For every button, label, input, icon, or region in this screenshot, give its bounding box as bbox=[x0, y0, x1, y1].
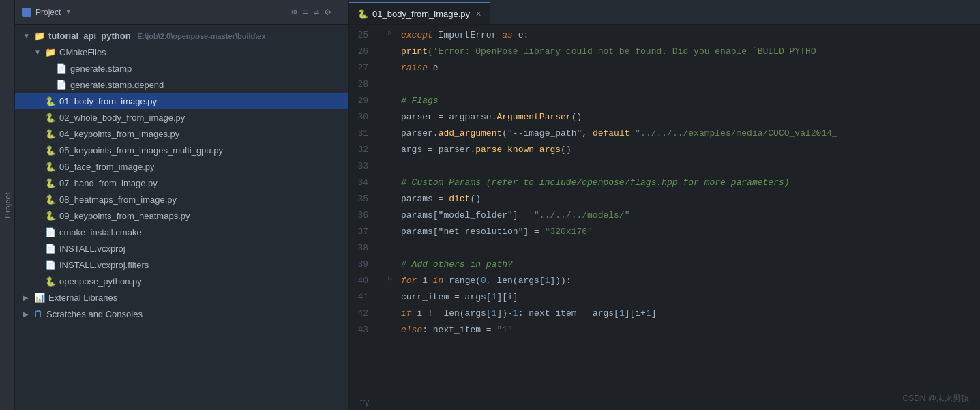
gutter-mark bbox=[385, 57, 396, 74]
editor-tab-01-body[interactable]: 🐍 01_body_from_image.py ✕ bbox=[349, 2, 490, 24]
tab-file-icon: 🐍 bbox=[357, 9, 368, 19]
py-file-icon-08: 🐍 bbox=[45, 194, 56, 205]
line-number: 36 bbox=[349, 207, 376, 224]
code-token: e: bbox=[513, 30, 529, 40]
root-folder-icon: 📁 bbox=[34, 31, 45, 41]
vcxproj-filters-icon: 📄 bbox=[45, 260, 56, 270]
gutter-mark bbox=[385, 106, 396, 123]
code-token: print bbox=[401, 46, 428, 57]
code-area[interactable]: 25262728293031323334353637383940414243 ▷… bbox=[349, 25, 980, 394]
code-token: ="../../../examples/media/COCO_val2014_ bbox=[629, 128, 837, 138]
code-token: 1 bbox=[646, 308, 651, 319]
tree-item-cmake-folder[interactable]: ▼ 📁 CMakeFiles bbox=[15, 44, 348, 60]
project-icon bbox=[22, 8, 31, 17]
line-number: 41 bbox=[349, 289, 376, 306]
code-token: range( bbox=[443, 276, 481, 286]
ext-libs-arrow: ▶ bbox=[23, 294, 31, 302]
code-token: ][i] bbox=[496, 292, 518, 302]
line-number: 32 bbox=[349, 142, 376, 158]
tree-item-generate-stamp-depend[interactable]: 📄 generate.stamp.depend bbox=[15, 76, 348, 93]
tree-item-04-keypoints[interactable]: 🐍 04_keypoints_from_images.py bbox=[15, 126, 348, 142]
code-token: for bbox=[401, 276, 417, 286]
code-token: ] bbox=[651, 308, 657, 319]
code-token: params bbox=[401, 226, 433, 237]
code-token: i bbox=[417, 276, 432, 286]
gutter-mark bbox=[385, 221, 396, 237]
locate-icon[interactable]: ⊕ bbox=[291, 6, 297, 18]
gutter-mark bbox=[385, 205, 396, 221]
line-number: 29 bbox=[349, 93, 376, 109]
fold-arrow-icon[interactable]: ▷ bbox=[388, 29, 392, 37]
tree-item-cmake-install[interactable]: 📄 cmake_install.cmake bbox=[15, 224, 348, 240]
settings-icon[interactable]: ⚙ bbox=[325, 6, 330, 18]
tree-item-scratches[interactable]: ▶ 🗒 Scratches and Consoles bbox=[15, 306, 348, 322]
line-number: 25 bbox=[349, 27, 376, 44]
code-token: : next_item = bbox=[422, 325, 496, 335]
svg-rect-0 bbox=[23, 9, 30, 16]
line-number: 34 bbox=[349, 175, 376, 191]
project-tree: ▼ 📁 tutorial_api_python E:\job\2.0\openp… bbox=[15, 25, 348, 410]
tree-item-01-body[interactable]: 🐍 01_body_from_image.py bbox=[15, 93, 348, 109]
code-token: as bbox=[502, 30, 513, 40]
01-body-name: 01_body_from_image.py bbox=[59, 96, 157, 106]
tree-item-02-whole-body[interactable]: 🐍 02_whole_body_from_image.py bbox=[15, 109, 348, 126]
py-file-icon-09: 🐍 bbox=[45, 211, 56, 221]
code-token: . bbox=[433, 128, 439, 138]
ext-libs-icon: 📊 bbox=[34, 293, 45, 303]
code-token: # Flags bbox=[401, 96, 439, 106]
tree-item-06-face[interactable]: 🐍 06_face_from_image.py bbox=[15, 158, 348, 175]
watermark: CSDN @未来男孩 bbox=[902, 393, 969, 405]
code-token: ('Error: OpenPose library could not be f… bbox=[428, 46, 816, 57]
project-tab-label: Project bbox=[3, 192, 12, 218]
tree-item-08-heatmaps[interactable]: 🐍 08_heatmaps_from_image.py bbox=[15, 191, 348, 207]
sidebar-actions: ⊕ ≡ ⇌ ⚙ − bbox=[291, 6, 342, 18]
line-number: 38 bbox=[349, 240, 376, 257]
minimize-icon[interactable]: − bbox=[336, 7, 342, 18]
code-line: params["net_resolution"] = "320x176" bbox=[396, 224, 980, 240]
code-token: ["net_resolution"] = bbox=[433, 226, 545, 237]
line-number: 35 bbox=[349, 191, 376, 207]
py-file-icon-01: 🐍 bbox=[45, 96, 56, 106]
code-token: , len(args[ bbox=[486, 276, 545, 286]
code-lines[interactable]: except ImportError as e: print('Error: O… bbox=[396, 25, 980, 394]
generate-stamp-depend-name: generate.stamp.depend bbox=[70, 80, 164, 90]
line-number: 26 bbox=[349, 44, 376, 60]
tree-item-root[interactable]: ▼ 📁 tutorial_api_python E:\job\2.0\openp… bbox=[15, 27, 348, 44]
tree-item-install-vcxproj[interactable]: 📄 INSTALL.vcxproj bbox=[15, 240, 348, 257]
tree-item-generate-stamp[interactable]: 📄 generate.stamp bbox=[15, 60, 348, 76]
py-file-icon-05: 🐍 bbox=[45, 145, 56, 156]
tree-item-09-keypoints-heatmaps[interactable]: 🐍 09_keypoints_from_heatmaps.py bbox=[15, 207, 348, 224]
project-side-tab[interactable]: Project bbox=[0, 0, 15, 410]
code-line: # Flags bbox=[396, 93, 980, 109]
code-token: = bbox=[433, 194, 449, 204]
code-token: argparse bbox=[449, 112, 491, 122]
code-line: # Custom Params (refer to include/openpo… bbox=[396, 175, 980, 191]
code-token: 0 bbox=[481, 276, 486, 286]
line-number: 40 bbox=[349, 273, 376, 289]
scroll-from-source-icon[interactable]: ≡ bbox=[302, 7, 308, 18]
tree-item-install-vcxproj-filters[interactable]: 📄 INSTALL.vcxproj.filters bbox=[15, 257, 348, 273]
tree-item-07-hand[interactable]: 🐍 07_hand_from_image.py bbox=[15, 175, 348, 191]
line-number: 42 bbox=[349, 306, 376, 322]
fold-arrow-icon[interactable]: ▷ bbox=[388, 274, 392, 282]
code-token: dict bbox=[449, 194, 470, 204]
code-token: ("--image_path", bbox=[502, 128, 593, 138]
tree-item-openpose-python[interactable]: 🐍 openpose_python.py bbox=[15, 273, 348, 289]
sidebar-dropdown-icon[interactable]: ▼ bbox=[66, 8, 70, 16]
code-token: ])): bbox=[550, 276, 571, 286]
code-line: # Add others in path? bbox=[396, 257, 980, 273]
tree-item-ext-libs[interactable]: ▶ 📊 External Libraries bbox=[15, 289, 348, 306]
code-token: e bbox=[428, 63, 439, 73]
code-token: except bbox=[401, 30, 433, 40]
expand-all-icon[interactable]: ⇌ bbox=[314, 6, 319, 18]
code-token: = args[ bbox=[449, 292, 491, 302]
line-number: 43 bbox=[349, 322, 376, 338]
code-token: in bbox=[433, 276, 444, 286]
tree-item-05-multi-gpu[interactable]: 🐍 05_keypoints_from_images_multi_gpu.py bbox=[15, 142, 348, 158]
gutter-mark bbox=[385, 123, 396, 139]
02-whole-body-name: 02_whole_body_from_image.py bbox=[59, 113, 185, 123]
stamp-icon: 📄 bbox=[56, 63, 67, 74]
tab-close-button[interactable]: ✕ bbox=[475, 10, 481, 18]
code-token: ImportError bbox=[433, 30, 502, 40]
code-token: params bbox=[401, 194, 433, 204]
